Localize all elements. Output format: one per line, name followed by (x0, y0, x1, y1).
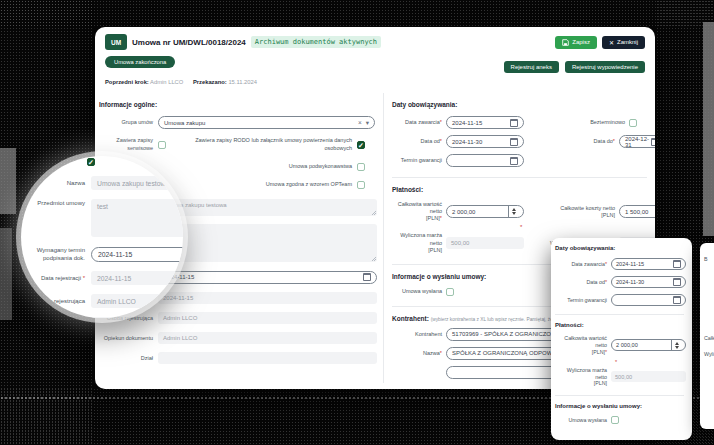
doc-owner-field: Admin LLCO (158, 332, 377, 344)
popup-section-header-payments: Płatności: (555, 322, 686, 328)
save-icon (562, 39, 569, 46)
close-button-label: Zamknij (617, 39, 638, 45)
reg-date-field: 2024-11-15 (158, 292, 377, 304)
clear-icon[interactable]: × (358, 119, 362, 126)
indefinite-label: Bezterminowo (524, 119, 625, 126)
opteam-checkbox[interactable] (357, 181, 365, 189)
subject-textarea[interactable]: test (158, 224, 377, 262)
popup-conclusion-date-input[interactable]: 2024-11-15 (611, 258, 686, 270)
edge-fragment-label: B (704, 256, 708, 262)
date-to-label: Data do (594, 138, 613, 144)
popup-date-from-value: 2024-11-30 (616, 279, 644, 285)
name-textarea[interactable]: Umowa zakupu testowa (158, 199, 377, 216)
lens-subject-label: Przedmiot umowy (27, 199, 85, 207)
popup-section-header-sending: Informacje o wysłaniu umowy: (555, 403, 686, 409)
rodo-checkbox[interactable]: ✓ (357, 141, 365, 149)
conclusion-date-input[interactable]: 2024-11-15 (446, 116, 524, 129)
check-icon: ✓ (88, 159, 94, 166)
zoomed-detail-card: Daty obowiązywania: Data zawarcia* 2024-… (551, 238, 692, 440)
group-label: Grupa umów (99, 119, 153, 126)
subcontract-checkbox[interactable] (357, 163, 365, 171)
calendar-icon[interactable] (363, 273, 371, 281)
close-button[interactable]: ✕ Zamknij (602, 36, 645, 49)
stepper-icon[interactable] (508, 206, 518, 217)
lens-checked-checkbox: ✓ (87, 158, 95, 166)
total-cost-input[interactable]: 1 500,00 (619, 205, 655, 218)
resize-handle-icon (371, 256, 376, 261)
popup-margin-field: 500,00 (611, 371, 686, 382)
popup-warranty-input[interactable] (611, 294, 686, 306)
resize-handle-icon (371, 210, 376, 215)
service-clauses-label: Zawiera zapisy serwisowe (99, 137, 153, 153)
required-sign-date-input[interactable]: 2024-11-15 (158, 271, 377, 284)
lens-reg-date-label: Data rejestracji (41, 275, 81, 281)
previous-step-value: Admin LLCO (150, 79, 183, 85)
department-label: Dział (99, 355, 153, 362)
total-cost-label: Całkowite koszty netto (560, 205, 615, 211)
calendar-icon[interactable] (673, 278, 681, 286)
conclusion-date-value: 2024-11-15 (452, 120, 482, 126)
workflow-info: Poprzedni krok: Admin LLCO Przekazano: 1… (105, 79, 645, 85)
popup-total-net-value: 2 000,00 (616, 342, 638, 348)
register-termination-button[interactable]: Rejestruj wypowiedzenie (565, 61, 645, 73)
status-badge: Umowa zakończona (105, 56, 175, 68)
contract-sent-checkbox[interactable] (446, 288, 454, 296)
divider (392, 177, 647, 178)
popup-section-header-dates: Daty obowiązywania: (555, 245, 686, 251)
service-clauses-checkbox[interactable] (158, 141, 166, 149)
section-header-contractor: Kontrahent: (392, 315, 429, 322)
chevron-down-icon[interactable]: ▾ (366, 119, 369, 127)
date-from-value: 2024-11-30 (452, 139, 482, 145)
popup-conclusion-date-value: 2024-11-15 (616, 261, 644, 267)
date-from-input[interactable]: 2024-11-30 (446, 135, 524, 148)
popup-total-net-input[interactable]: 2 000,00 (611, 339, 686, 351)
background-texture (0, 148, 16, 214)
popup-conclusion-date-label: Data zawarcia (571, 261, 605, 267)
subcontract-label: Umowa podwykonawstwa (177, 163, 352, 171)
popup-margin-label: Wyliczona marża netto (567, 367, 607, 380)
popup-date-from-input[interactable]: 2024-11-30 (611, 276, 686, 288)
lens-subject-field: test (91, 199, 183, 237)
calendar-icon[interactable] (673, 260, 681, 268)
margin-field: 500,00 (446, 237, 524, 249)
save-button[interactable]: Zapisz (555, 36, 597, 49)
contractor-label: Kontrahent (392, 331, 442, 338)
popup-warranty-label: Termin gwarancji (555, 297, 607, 304)
contract-group-select[interactable]: Umowa zakupu × ▾ (158, 116, 375, 129)
date-from-label: Data od (421, 138, 440, 144)
stepper-icon[interactable] (671, 340, 681, 350)
contractor-name-label: Nazwa (423, 350, 440, 356)
pln-unit: [PLN] (601, 212, 615, 218)
doc-owner-label: Opiekun dokumentu (99, 335, 153, 342)
divider (555, 395, 684, 396)
popup-contract-sent-checkbox[interactable] (611, 416, 619, 424)
margin-label: Wyliczona marża netto (400, 232, 442, 245)
edge-card-fragment: B Całkowit Wyliczona m (700, 243, 714, 429)
background-texture (0, 0, 714, 26)
edge-fragment-label: Wyliczona m (704, 351, 714, 357)
warranty-input[interactable] (446, 154, 524, 167)
total-net-input[interactable]: 2 000,00 (446, 205, 524, 218)
calendar-icon[interactable] (510, 157, 518, 165)
previous-step-label: Poprzedni krok: (105, 79, 149, 85)
pln-unit: [PLN] (426, 215, 440, 221)
calendar-icon[interactable] (651, 138, 655, 146)
popup-contract-sent-label: Umowa wysłana (555, 417, 607, 424)
department-field (158, 352, 377, 364)
date-to-value: 2024-12-31 (625, 136, 651, 148)
total-net-label: Całkowita wartość netto (398, 201, 442, 214)
archive-badge: Archiwum dokumentów aktywnych (251, 36, 381, 48)
register-annex-button[interactable]: Rejestruj aneks (504, 61, 559, 73)
contract-sent-label: Umowa wysłana (392, 288, 442, 295)
date-to-input[interactable]: 2024-12-31 (619, 135, 655, 148)
calendar-icon[interactable] (510, 138, 518, 146)
pln-unit: [PLN] (592, 349, 605, 355)
section-header-general: Informacje ogólne: (99, 101, 377, 108)
lens-reg-person-label: Osoba rejestrująca (27, 297, 85, 305)
indefinite-checkbox[interactable] (629, 119, 637, 127)
calendar-icon[interactable] (673, 296, 681, 304)
conclusion-date-label: Data zawarcia (405, 119, 440, 125)
calendar-icon[interactable] (510, 119, 518, 127)
check-icon: ✓ (358, 142, 364, 149)
background-texture (0, 228, 12, 320)
